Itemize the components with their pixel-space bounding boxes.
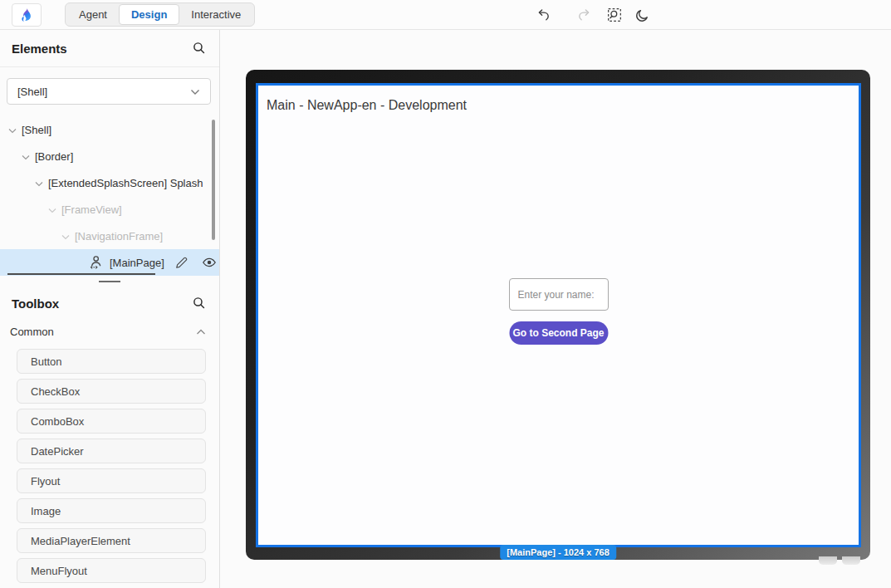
chevron-down-icon <box>190 86 200 98</box>
toolbox-section-common[interactable]: Common <box>0 319 219 344</box>
tree-item-extendedsplashscreen[interactable]: [ExtendedSplashScreen] Splash <box>0 169 219 196</box>
undo-button[interactable] <box>535 7 550 22</box>
toolbox-item-label: ComboBox <box>31 415 84 428</box>
chevron-up-icon <box>196 326 206 338</box>
toolbox-panel-header: Toolbox <box>0 287 219 319</box>
pencil-icon <box>174 256 188 270</box>
tree-item-navigationframe[interactable]: [NavigationFrame] <box>0 223 219 249</box>
toolbox-panel-title: Toolbox <box>12 296 59 311</box>
tree-scrollbar[interactable] <box>212 120 215 240</box>
dark-mode-moon-icon <box>635 8 649 22</box>
redo-button[interactable] <box>577 7 592 22</box>
tree-item-label: [ExtendedSplashScreen] Splash <box>48 177 203 189</box>
toolbox-item-label: Image <box>31 505 61 517</box>
app-logo-button[interactable] <box>12 3 42 27</box>
visibility-toggle-button[interactable] <box>202 255 217 270</box>
monitor-foot <box>842 556 860 565</box>
toolbox-item-label: CheckBox <box>31 385 80 398</box>
flame-logo-icon <box>19 7 34 23</box>
zoom-selection-icon <box>607 7 622 22</box>
toolbox-item-button[interactable]: Button <box>17 349 206 374</box>
zoom-to-selection-button[interactable] <box>607 7 622 22</box>
elements-tree: [Shell] [Border] [ExtendedSplashScreen] … <box>0 111 219 276</box>
chevron-expand-icon[interactable] <box>48 203 56 216</box>
toolbox-item-mediaplayerelement[interactable]: MediaPlayerElement <box>17 528 206 553</box>
topbar: Agent Design Interactive <box>0 0 891 30</box>
rename-button[interactable] <box>174 256 188 270</box>
tree-item-shell[interactable]: [Shell] <box>0 116 219 143</box>
undo-icon <box>536 8 550 22</box>
chevron-expand-icon[interactable] <box>35 177 43 189</box>
topbar-icon-group <box>535 0 649 30</box>
panel-splitter[interactable] <box>0 276 219 287</box>
section-label: Common <box>10 326 54 338</box>
app-window-title: Main - NewApp-en - Development <box>267 98 467 113</box>
toolbox-item-label: DatePicker <box>31 445 84 458</box>
toolbox-search-icon[interactable] <box>192 296 206 313</box>
scope-dropdown-value: [Shell] <box>17 86 47 98</box>
mode-switcher: Agent Design Interactive <box>65 2 255 27</box>
theme-toggle-button[interactable] <box>634 7 649 22</box>
page-selection-highlight: Main - NewApp-en - Development Go to Sec… <box>256 83 861 547</box>
divider <box>0 66 219 67</box>
design-canvas[interactable]: Main - NewApp-en - Development Go to Sec… <box>221 31 891 588</box>
device-frame: Main - NewApp-en - Development Go to Sec… <box>246 70 870 560</box>
rename-underline <box>7 273 155 275</box>
chevron-expand-icon[interactable] <box>61 230 70 243</box>
toolbox-item-label: Flyout <box>31 475 60 488</box>
toolbox-item-combobox[interactable]: ComboBox <box>17 409 206 434</box>
tab-design[interactable]: Design <box>119 4 179 25</box>
tree-item-border[interactable]: [Border] <box>0 143 219 169</box>
elements-panel-title: Elements <box>12 42 67 56</box>
toolbox-item-list: Button CheckBox ComboBox DatePicker Flyo… <box>0 344 219 588</box>
redo-icon <box>578 8 592 22</box>
monitor-foot <box>819 556 837 565</box>
tree-item-mainpage[interactable]: [MainPage] <box>0 249 219 276</box>
component-person-code-icon <box>88 255 103 270</box>
elements-search-icon[interactable] <box>192 41 206 58</box>
design-surface[interactable]: Main - NewApp-en - Development Go to Sec… <box>258 86 859 545</box>
toolbox-item-datepicker[interactable]: DatePicker <box>17 439 206 463</box>
tree-item-label: [NavigationFrame] <box>75 230 163 243</box>
tab-agent[interactable]: Agent <box>67 5 119 24</box>
eye-icon <box>202 255 217 270</box>
tree-item-frameview[interactable]: [FrameView] <box>0 196 219 223</box>
tree-item-label: [Border] <box>35 150 73 163</box>
go-to-second-page-button[interactable]: Go to Second Page <box>509 321 608 345</box>
toolbox-item-label: MediaPlayerElement <box>31 535 130 547</box>
chevron-expand-icon[interactable] <box>22 150 30 163</box>
toolbox-item-menuflyout[interactable]: MenuFlyout <box>17 558 206 583</box>
toolbox-item-label: MenuFlyout <box>31 565 87 577</box>
selected-page-size-badge: [MainPage] - 1024 x 768 <box>500 545 616 560</box>
scope-dropdown[interactable]: [Shell] <box>7 78 211 105</box>
chevron-expand-icon[interactable] <box>8 124 17 136</box>
elements-panel-header: Elements <box>0 30 219 66</box>
toolbox-item-image[interactable]: Image <box>17 498 206 523</box>
toolbox-item-checkbox[interactable]: CheckBox <box>17 379 206 404</box>
tab-interactive[interactable]: Interactive <box>179 5 252 24</box>
splitter-handle-icon <box>99 281 120 282</box>
toolbox-item-flyout[interactable]: Flyout <box>17 468 206 493</box>
tree-item-label: [FrameView] <box>61 203 122 216</box>
tree-item-label: [MainPage] <box>110 257 164 269</box>
name-input[interactable] <box>509 278 609 311</box>
left-sidebar: Elements [Shell] [Shell] [Border] [Exten… <box>0 30 220 588</box>
toolbox-item-label: Button <box>31 355 62 368</box>
tree-item-label: [Shell] <box>22 124 51 136</box>
